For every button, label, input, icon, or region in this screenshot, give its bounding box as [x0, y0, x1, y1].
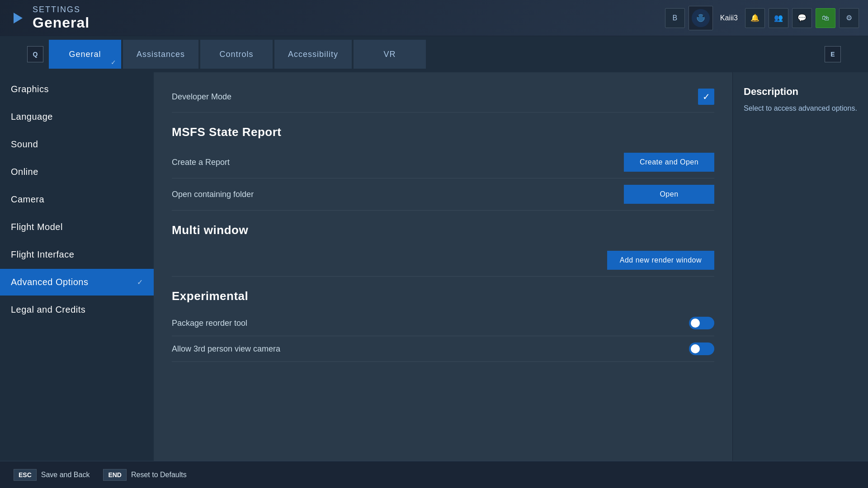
- third-person-camera-toggle[interactable]: [689, 343, 714, 355]
- svg-marker-0: [14, 13, 23, 23]
- add-render-window-button[interactable]: Add new render window: [607, 251, 714, 270]
- create-and-open-button[interactable]: Create and Open: [624, 153, 714, 172]
- key-e-badge[interactable]: E: [825, 46, 841, 62]
- logo-area: Settings General: [9, 5, 90, 31]
- username: Kaiii3: [720, 14, 738, 22]
- description-panel: Description Select to access advanced op…: [732, 72, 868, 461]
- content-panel: Developer Mode ✓ MSFS State Report Creat…: [154, 72, 732, 461]
- chat-icon[interactable]: 💬: [792, 8, 812, 28]
- bottom-bar: ESC Save and Back END Reset to Defaults: [0, 461, 868, 488]
- developer-mode-checkbox[interactable]: ✓: [698, 89, 714, 105]
- page-title: General: [33, 14, 90, 31]
- sidebar-item-camera[interactable]: Camera: [0, 186, 154, 213]
- settings-label: Settings: [33, 5, 90, 14]
- people-icon[interactable]: 👥: [769, 8, 788, 28]
- svg-point-4: [703, 15, 704, 17]
- gear-icon[interactable]: ⚙: [839, 8, 859, 28]
- description-title: Description: [744, 86, 857, 98]
- third-person-toggle-container: [689, 343, 714, 355]
- sidebar-item-flight-model[interactable]: Flight Model: [0, 214, 154, 240]
- open-button[interactable]: Open: [624, 185, 714, 204]
- sidebar-item-legal-credits[interactable]: Legal and Credits: [0, 296, 154, 323]
- key-q-badge[interactable]: Q: [27, 46, 43, 62]
- top-bar-right: B Kaiii3 🔔 👥 💬 🛍 ⚙: [665, 6, 859, 30]
- open-folder-row: Open containing folder Open: [172, 178, 714, 211]
- sidebar: Graphics Language Sound Online Camera Fl…: [0, 72, 154, 461]
- section-title-experimental: Experimental: [172, 289, 714, 303]
- tab-vr[interactable]: VR: [354, 40, 426, 69]
- active-check-icon: ✓: [137, 278, 143, 286]
- open-folder-label: Open containing folder: [172, 190, 624, 199]
- add-render-window-row: Add new render window: [172, 244, 714, 277]
- tab-bar: Q General Assistances Controls Accessibi…: [0, 36, 868, 72]
- tab-general[interactable]: General: [49, 40, 121, 69]
- avatar: [689, 6, 713, 30]
- key-b-button[interactable]: B: [665, 8, 685, 28]
- sidebar-item-advanced-options[interactable]: Advanced Options ✓: [0, 269, 154, 296]
- section-title-msfs: MSFS State Report: [172, 125, 714, 139]
- sidebar-item-sound[interactable]: Sound: [0, 131, 154, 158]
- tab-accessibility[interactable]: Accessibility: [274, 40, 352, 69]
- save-back-button[interactable]: ESC Save and Back: [14, 469, 90, 481]
- third-person-camera-row: Allow 3rd person view camera: [172, 336, 714, 362]
- sidebar-item-language[interactable]: Language: [0, 103, 154, 130]
- create-report-row: Create a Report Create and Open: [172, 146, 714, 178]
- third-person-camera-label: Allow 3rd person view camera: [172, 344, 689, 354]
- reset-defaults-label: Reset to Defaults: [131, 471, 187, 479]
- package-reorder-toggle-container: [689, 317, 714, 329]
- esc-key-badge: ESC: [14, 469, 37, 481]
- svg-point-3: [697, 15, 699, 17]
- sidebar-item-online[interactable]: Online: [0, 159, 154, 185]
- create-report-label: Create a Report: [172, 158, 624, 167]
- package-reorder-toggle[interactable]: [689, 317, 714, 329]
- store-icon[interactable]: 🛍: [816, 8, 835, 28]
- bell-icon[interactable]: 🔔: [745, 8, 765, 28]
- package-reorder-row: Package reorder tool: [172, 310, 714, 336]
- title-area: Settings General: [33, 5, 90, 31]
- tab-assistances[interactable]: Assistances: [123, 40, 198, 69]
- package-reorder-label: Package reorder tool: [172, 319, 689, 328]
- end-key-badge: END: [103, 469, 127, 481]
- section-title-multiwindow: Multi window: [172, 223, 714, 237]
- sidebar-item-graphics[interactable]: Graphics: [0, 76, 154, 103]
- toggle-knob-2: [691, 344, 700, 353]
- sidebar-item-flight-interface[interactable]: Flight Interface: [0, 241, 154, 268]
- developer-mode-row: Developer Mode ✓: [172, 81, 714, 113]
- tab-controls[interactable]: Controls: [200, 40, 273, 69]
- developer-mode-label: Developer Mode: [172, 92, 698, 102]
- toggle-knob: [691, 319, 700, 328]
- chevron-icon: [9, 9, 27, 27]
- reset-defaults-button[interactable]: END Reset to Defaults: [103, 469, 186, 481]
- description-text: Select to access advanced options.: [744, 103, 857, 114]
- top-bar: Settings General B Kaiii3 🔔 👥 💬 🛍 ⚙: [0, 0, 868, 36]
- save-back-label: Save and Back: [41, 471, 90, 479]
- main-content: Graphics Language Sound Online Camera Fl…: [0, 72, 868, 461]
